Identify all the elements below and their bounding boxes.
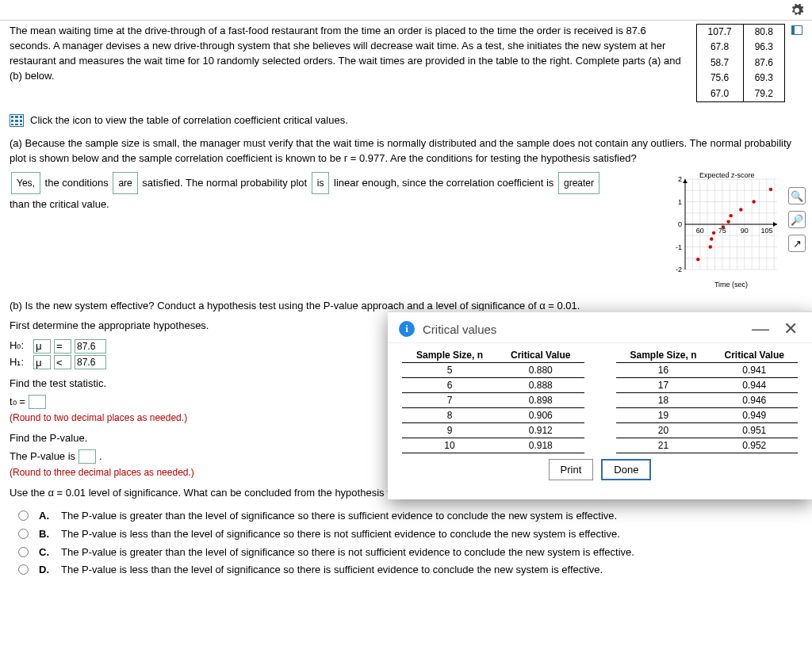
wait-times-table: 107.780.8 67.896.3 58.787.6 75.669.3 67.…	[696, 24, 785, 102]
svg-point-35	[709, 245, 712, 248]
svg-marker-23	[773, 222, 777, 227]
h1-param[interactable]	[33, 355, 51, 369]
popup-icon[interactable]: ↗	[788, 235, 806, 252]
svg-text:0: 0	[678, 220, 682, 228]
h0-op[interactable]	[54, 339, 71, 354]
critical-values-table-icon[interactable]	[10, 114, 24, 127]
done-button[interactable]: Done	[601, 459, 651, 480]
problem-text: The mean waiting time at the drive-throu…	[10, 24, 690, 102]
h1-value[interactable]	[75, 355, 106, 369]
svg-text:Time (sec): Time (sec)	[714, 281, 748, 289]
print-button[interactable]: Print	[549, 459, 594, 480]
svg-text:-2: -2	[676, 266, 682, 273]
svg-text:1: 1	[678, 198, 682, 206]
svg-text:90: 90	[741, 227, 749, 235]
opt-a-text: The P-value is greater than the level of…	[61, 509, 617, 524]
copy-icon[interactable]	[791, 25, 802, 35]
ans-greater[interactable]: greater	[558, 172, 599, 194]
svg-point-38	[722, 225, 725, 228]
pvalue-input[interactable]	[79, 449, 96, 464]
close-icon[interactable]: ✕	[780, 320, 801, 338]
h1-op[interactable]	[54, 355, 71, 369]
ans-yes[interactable]: Yes,	[11, 172, 40, 194]
h1-label: H₁:	[10, 355, 30, 370]
option-c-radio[interactable]	[18, 547, 29, 557]
svg-text:60: 60	[696, 227, 704, 235]
t0-input[interactable]	[29, 395, 46, 409]
h0-param[interactable]	[33, 339, 51, 354]
opt-c-lbl: C.	[39, 545, 53, 560]
h0-value[interactable]	[75, 339, 106, 354]
svg-point-34	[696, 258, 699, 261]
txt: than the critical value.	[10, 198, 109, 210]
opt-c-text: The P-value is greater than the level of…	[61, 545, 634, 560]
svg-point-39	[726, 220, 730, 223]
t0-label: t₀ =	[10, 395, 25, 410]
svg-point-37	[712, 231, 715, 235]
zoom-in-icon[interactable]: 🔍	[788, 187, 806, 205]
svg-text:-1: -1	[676, 243, 682, 251]
critical-values-modal: i Critical values — ✕ Sample Size, nCrit…	[388, 311, 812, 499]
pv-dot: .	[99, 449, 102, 464]
svg-text:Expected z-score: Expected z-score	[699, 171, 755, 179]
opt-a-lbl: A.	[39, 509, 53, 524]
ans-are[interactable]: are	[113, 172, 137, 194]
svg-marker-24	[683, 179, 688, 183]
option-b-radio[interactable]	[18, 529, 29, 539]
critical-values-table-right: Sample Size, nCritical Value 160.941 170…	[616, 348, 799, 453]
opt-b-lbl: B.	[39, 527, 53, 542]
option-d-radio[interactable]	[18, 564, 29, 575]
svg-text:2: 2	[678, 175, 682, 183]
modal-title: Critical values	[423, 323, 741, 336]
svg-point-43	[769, 188, 772, 191]
svg-point-36	[710, 237, 713, 240]
txt: linear enough, since the correlation coe…	[331, 177, 556, 189]
pv-label: The P-value is	[10, 449, 75, 464]
option-a-radio[interactable]	[18, 510, 29, 521]
info-icon: i	[399, 321, 415, 337]
opt-d-lbl: D.	[39, 563, 53, 578]
svg-text:105: 105	[760, 227, 772, 235]
critical-values-table-left: Sample Size, nCritical Value 50.880 60.8…	[402, 348, 584, 453]
minimize-icon[interactable]: —	[749, 320, 772, 338]
svg-point-42	[752, 200, 755, 203]
opt-b-text: The P-value is less than the level of si…	[61, 527, 620, 542]
svg-point-41	[739, 208, 742, 211]
zoom-out-icon[interactable]: 🔎	[788, 211, 806, 228]
normal-probability-plot: -2-1012607590105Expected z-scoreTime (se…	[663, 170, 782, 289]
ans-is[interactable]: is	[312, 172, 330, 194]
opt-d-text: The P-value is less than the level of si…	[61, 563, 603, 578]
gear-icon[interactable]	[790, 3, 804, 17]
svg-point-40	[729, 214, 732, 217]
h0-label: H₀:	[10, 338, 30, 354]
txt: the conditions	[42, 177, 111, 189]
icon-link-text[interactable]: Click the icon to view the table of corr…	[30, 113, 348, 128]
txt: satisfied. The normal probability plot	[140, 177, 310, 189]
part-a-prompt: (a) Because the sample size is small, th…	[10, 136, 802, 166]
